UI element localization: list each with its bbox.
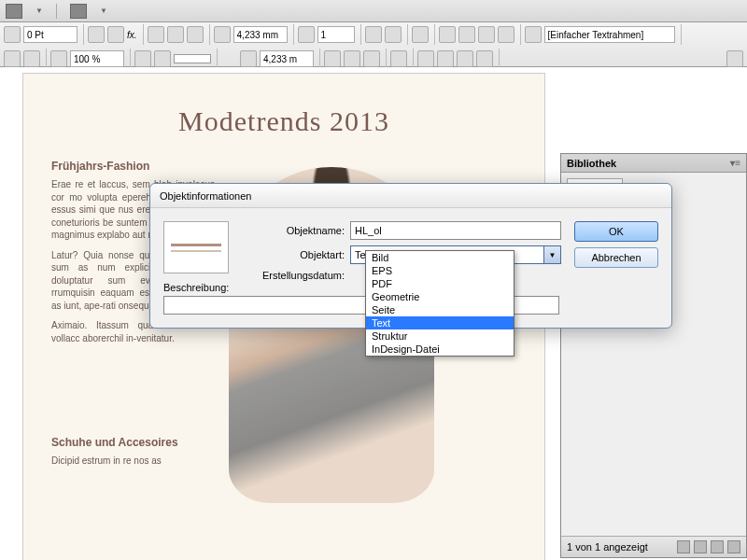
height-input[interactable] [260, 50, 314, 67]
chevron-down-icon[interactable]: ▼ [543, 246, 560, 263]
distribute-icon[interactable] [458, 26, 475, 43]
frame-type-select[interactable] [544, 26, 675, 43]
dimension-icon[interactable] [240, 50, 257, 67]
column-count-input[interactable] [317, 26, 355, 43]
tool-icon[interactable] [385, 26, 402, 43]
wrap-icon[interactable] [412, 26, 429, 43]
trash-icon[interactable] [727, 540, 740, 553]
dropdown-option[interactable]: InDesign-Datei [366, 343, 514, 356]
tool-icon[interactable] [107, 26, 124, 43]
distribute-icon[interactable] [417, 50, 434, 67]
new-item-icon[interactable] [711, 540, 724, 553]
fill-swatch-icon[interactable] [4, 26, 21, 43]
distribute-icon[interactable] [476, 50, 493, 67]
line-style-icon[interactable] [174, 54, 211, 63]
panel-menu-icon[interactable] [726, 50, 743, 67]
body-paragraph: Dicipid estrum in re nos as [51, 455, 215, 468]
width-input[interactable] [233, 26, 288, 43]
tool-icon[interactable] [23, 50, 40, 67]
menu-dropdown-icon[interactable]: ▼ [100, 7, 107, 15]
align-center-icon[interactable] [167, 26, 184, 43]
tool-icon[interactable] [154, 50, 171, 67]
zoom-input[interactable] [70, 50, 124, 67]
columns-icon[interactable] [298, 26, 315, 43]
objektart-dropdown-list: BildEPSPDFGeometrieSeiteTextStrukturInDe… [365, 250, 514, 357]
tool-icon[interactable] [324, 50, 341, 67]
stroke-weight-input[interactable] [23, 26, 78, 43]
align-right-icon[interactable] [187, 26, 204, 43]
dropdown-option[interactable]: Struktur [366, 329, 514, 343]
panel-menu-icon[interactable]: ▾≡ [730, 158, 740, 168]
doc-setup-icon[interactable] [6, 4, 22, 19]
objektname-input[interactable] [350, 221, 561, 240]
distribute-icon[interactable] [457, 50, 473, 67]
stroke-swatch-icon[interactable] [4, 50, 21, 67]
distribute-icon[interactable] [498, 26, 514, 43]
distribute-icon[interactable] [478, 26, 495, 43]
page-title: Modetrends 2013 [51, 105, 516, 137]
panel-footer: 1 von 1 angezeigt [561, 537, 746, 557]
menu-dropdown-icon[interactable]: ▼ [35, 7, 43, 15]
dropdown-option[interactable]: Bild [366, 251, 514, 264]
view-mode-icon[interactable] [70, 4, 87, 19]
info-icon[interactable] [677, 540, 690, 553]
panel-tab-bar: Bibliothek ▾≡ [561, 154, 746, 173]
object-preview [163, 221, 229, 273]
control-toolbar: fx. [0, 22, 747, 67]
distribute-icon[interactable] [437, 50, 454, 67]
dropdown-option[interactable]: Geometrie [366, 290, 514, 303]
tool-icon[interactable] [134, 50, 151, 67]
tool-icon[interactable] [50, 50, 67, 67]
tool-icon[interactable] [88, 26, 105, 43]
dropdown-option[interactable]: Text [366, 316, 514, 329]
section-heading: Frühjahrs-Fashion [51, 160, 516, 173]
tool-icon[interactable] [344, 50, 360, 67]
dialog-titlebar[interactable]: Objektinformationen [150, 184, 671, 208]
dropdown-option[interactable]: EPS [366, 264, 514, 277]
align-left-icon[interactable] [148, 26, 164, 43]
menubar: ▼ ▼ [0, 0, 747, 22]
tool-icon[interactable] [365, 26, 382, 43]
tool-icon[interactable] [363, 50, 380, 67]
label-objektname: Objektname: [242, 225, 345, 236]
dimension-icon[interactable] [214, 26, 231, 43]
label-objektart: Objektart: [242, 249, 345, 260]
library-status-text: 1 von 1 angezeigt [567, 541, 648, 553]
dropdown-option[interactable]: Seite [366, 303, 514, 316]
frame-icon[interactable] [525, 26, 542, 43]
panel-tab-bibliothek[interactable]: Bibliothek [567, 158, 616, 169]
fx-icon[interactable]: fx. [127, 30, 137, 40]
cancel-button[interactable]: Abbrechen [574, 247, 658, 268]
dropdown-option[interactable]: PDF [366, 277, 514, 290]
tool-icon[interactable] [390, 50, 407, 67]
distribute-icon[interactable] [439, 26, 456, 43]
label-erstellungsdatum: Erstellungsdatum: [242, 270, 345, 281]
search-icon[interactable] [694, 540, 707, 553]
ok-button[interactable]: OK [574, 221, 658, 242]
